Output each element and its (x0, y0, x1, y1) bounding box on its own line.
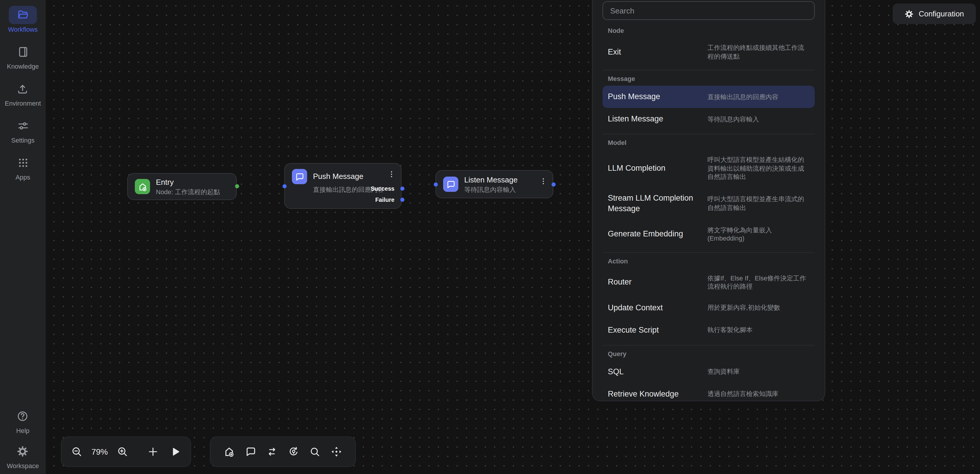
sidebar-item-apps[interactable]: Apps (9, 154, 37, 181)
comment-button[interactable] (244, 445, 257, 458)
sidebar-item-knowledge[interactable]: Knowledge (7, 43, 39, 70)
section-header-query: Query (603, 350, 815, 357)
palette-item-update-context[interactable]: Update Context 用於更新內容,初始化變數 (603, 297, 815, 319)
workflow-editor: Workflows Knowledge Environment Settings… (0, 0, 980, 474)
port-listen-input[interactable] (433, 182, 438, 187)
palette-item-stream-llm-completion-message[interactable]: Stream LLM Completion Message 呼叫大型語言模型並產… (603, 187, 815, 220)
zoom-in-icon (117, 446, 128, 458)
section-header-node: Node (603, 27, 815, 34)
gear-icon (9, 442, 37, 461)
search-canvas-button[interactable] (309, 445, 321, 458)
comment-icon (245, 446, 256, 458)
gear-icon (905, 9, 914, 19)
sidebar-item-workflows[interactable]: Workflows (8, 6, 38, 33)
auto-suggest-button[interactable] (287, 445, 300, 458)
node-push-message[interactable]: Push Message 直接輸出訊息的回應內容 Success Failure (284, 163, 401, 209)
chat-bubble-icon (443, 177, 458, 192)
kebab-menu-icon[interactable] (387, 169, 396, 179)
home-plus-icon (135, 179, 150, 194)
sidebar-footer: Help Workspace (7, 407, 39, 469)
sidebar-item-workspace[interactable]: Workspace (7, 442, 39, 469)
sidebar-item-label: Workspace (7, 462, 39, 469)
node-listen-message[interactable]: Listen Message 等待訊息內容輸入 (436, 170, 553, 198)
sidebar-item-label: Settings (11, 137, 35, 144)
sidebar-item-label: Environment (5, 100, 41, 107)
port-label-failure: Failure (375, 196, 395, 203)
sidebar: Workflows Knowledge Environment Settings… (0, 0, 46, 474)
node-entry[interactable]: Entry Node: 工作流程的起點 (127, 173, 237, 200)
zoom-level: 79% (90, 447, 110, 456)
configuration-button[interactable]: Configuration (892, 3, 976, 24)
port-push-failure[interactable] (400, 197, 404, 201)
sidebar-item-settings[interactable]: Settings (9, 117, 37, 144)
move-icon (331, 446, 342, 458)
palette-item-llm-completion[interactable]: LLM Completion 呼叫大型語言模型並產生結構化的資料輸出以輔助流程的… (603, 150, 815, 187)
tools-toolbar (210, 436, 356, 467)
run-workflow-button[interactable] (169, 445, 181, 458)
home-plus-icon (223, 446, 235, 458)
palette-item-push-message[interactable]: Push Message 直接輸出訊息的回應內容 (603, 86, 815, 108)
palette-item-retrieve-knowledge[interactable]: Retrieve Knowledge 透過自然語言檢索知識庫 (603, 383, 815, 401)
node-title: Push Message (313, 171, 363, 181)
port-entry-output[interactable] (235, 184, 239, 188)
palette-item-listen-message[interactable]: Listen Message 等待訊息內容輸入 (603, 108, 815, 130)
sidebar-item-help[interactable]: Help (7, 407, 39, 434)
sidebar-item-label: Workflows (8, 26, 38, 33)
search-icon (309, 446, 321, 458)
add-node-button[interactable] (147, 445, 159, 458)
move-tool-button[interactable] (330, 445, 343, 458)
folder-icon (9, 6, 37, 24)
port-push-input[interactable] (282, 184, 286, 188)
node-title: Listen Message (464, 174, 517, 185)
edge-layer (46, 0, 980, 474)
port-label-success: Success (371, 185, 395, 192)
port-push-success[interactable] (400, 187, 404, 191)
workflow-canvas[interactable] (46, 0, 980, 474)
swap-arrows-icon (266, 446, 278, 458)
palette-item-generate-embedding[interactable]: Generate Embedding 將文字轉化為向量嵌入 (Embedding… (603, 220, 815, 249)
refresh-bulb-icon (288, 446, 299, 458)
sliders-icon (9, 117, 37, 135)
palette-item-exit[interactable]: Exit 工作流程的終點或接續其他工作流程的傳送點 (603, 38, 815, 66)
node-subtitle: 等待訊息內容輸入 (464, 185, 517, 194)
sidebar-item-label: Knowledge (7, 63, 39, 70)
section-divider (603, 134, 815, 134)
node-palette-panel: Node Exit 工作流程的終點或接續其他工作流程的傳送點 Message P… (592, 0, 825, 401)
configuration-label: Configuration (919, 10, 964, 18)
port-listen-output[interactable] (551, 182, 555, 187)
section-divider (603, 70, 815, 70)
node-title: Entry (156, 177, 220, 187)
palette-item-sql[interactable]: SQL 查詢資料庫 (603, 361, 815, 383)
zoom-toolbar: 79% (61, 436, 191, 467)
sidebar-item-label: Apps (16, 174, 30, 181)
play-icon (169, 446, 181, 458)
plus-icon (147, 446, 159, 458)
section-header-message: Message (603, 75, 815, 82)
add-entry-button[interactable] (223, 445, 235, 458)
node-subtitle: Node: 工作流程的起點 (156, 187, 220, 196)
zoom-in-button[interactable] (117, 445, 128, 458)
upload-icon (9, 80, 37, 98)
chat-bubble-icon (292, 169, 307, 184)
section-header-model: Model (603, 139, 815, 146)
swap-connection-button[interactable] (266, 445, 278, 458)
apps-grid-icon (9, 154, 37, 172)
palette-item-router[interactable]: Router 依據If、Else If、Else條件決定工作流程執行的路徑 (603, 268, 815, 297)
section-header-action: Action (603, 257, 815, 264)
kebab-menu-icon[interactable] (539, 177, 547, 186)
book-icon (9, 43, 37, 61)
palette-item-execute-script[interactable]: Execute Script 執行客製化腳本 (603, 319, 815, 341)
section-divider (603, 345, 815, 345)
zoom-out-button[interactable] (71, 445, 83, 458)
help-circle-icon (9, 407, 37, 425)
section-divider (603, 252, 815, 252)
sidebar-item-label: Help (16, 427, 29, 434)
search-input[interactable] (603, 1, 815, 20)
sidebar-item-environment[interactable]: Environment (5, 80, 41, 107)
zoom-out-icon (71, 446, 83, 458)
